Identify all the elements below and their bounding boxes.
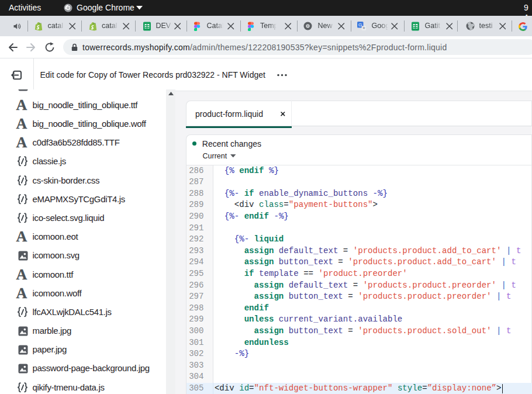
svg-text:★: ★ — [362, 26, 365, 30]
